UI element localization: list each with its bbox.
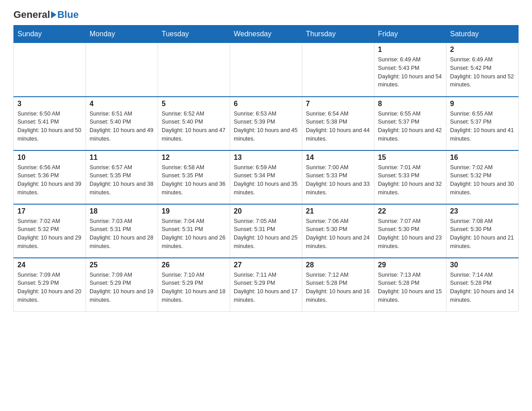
day-cell: 23Sunrise: 7:08 AMSunset: 5:30 PMDayligh…	[446, 204, 519, 258]
day-info: Sunrise: 7:02 AMSunset: 5:32 PMDaylight:…	[450, 163, 515, 197]
day-info: Sunrise: 6:54 AMSunset: 5:38 PMDaylight:…	[306, 110, 370, 143]
day-number: 22	[378, 207, 442, 215]
day-info: Sunrise: 7:02 AMSunset: 5:32 PMDaylight:…	[17, 217, 82, 251]
day-info: Sunrise: 7:04 AMSunset: 5:31 PMDaylight:…	[162, 217, 226, 251]
day-cell: 2Sunrise: 6:49 AMSunset: 5:42 PMDaylight…	[446, 43, 519, 97]
day-info: Sunrise: 7:11 AMSunset: 5:29 PMDaylight:…	[234, 271, 298, 304]
day-number: 8	[378, 100, 442, 108]
day-cell: 9Sunrise: 6:55 AMSunset: 5:37 PMDaylight…	[446, 97, 519, 150]
day-number: 30	[450, 261, 515, 269]
day-number: 25	[90, 261, 154, 269]
header: General Blue	[13, 9, 519, 21]
weekday-header-tuesday: Tuesday	[158, 26, 230, 43]
day-number: 14	[306, 154, 370, 162]
weekday-header-wednesday: Wednesday	[230, 26, 302, 43]
day-number: 2	[450, 46, 515, 54]
day-info: Sunrise: 7:14 AMSunset: 5:28 PMDaylight:…	[450, 271, 515, 304]
week-row-1: 1Sunrise: 6:49 AMSunset: 5:43 PMDaylight…	[14, 43, 519, 97]
day-info: Sunrise: 6:51 AMSunset: 5:40 PMDaylight:…	[90, 110, 154, 143]
day-info: Sunrise: 7:08 AMSunset: 5:30 PMDaylight:…	[450, 217, 515, 251]
day-cell: 5Sunrise: 6:52 AMSunset: 5:40 PMDaylight…	[158, 97, 230, 150]
day-cell: 3Sunrise: 6:50 AMSunset: 5:41 PMDaylight…	[14, 97, 86, 150]
day-cell	[302, 43, 374, 97]
day-cell	[14, 43, 86, 97]
day-cell	[158, 43, 230, 97]
day-info: Sunrise: 6:56 AMSunset: 5:36 PMDaylight:…	[17, 163, 82, 197]
calendar-table: SundayMondayTuesdayWednesdayThursdayFrid…	[13, 25, 519, 312]
day-number: 18	[90, 207, 154, 215]
day-number: 6	[234, 100, 298, 108]
day-number: 29	[378, 261, 442, 269]
day-number: 16	[450, 154, 515, 162]
day-number: 27	[234, 261, 298, 269]
day-number: 10	[17, 154, 82, 162]
day-cell: 15Sunrise: 7:01 AMSunset: 5:33 PMDayligh…	[374, 150, 446, 204]
day-cell: 20Sunrise: 7:05 AMSunset: 5:31 PMDayligh…	[230, 204, 302, 258]
day-info: Sunrise: 6:49 AMSunset: 5:43 PMDaylight:…	[378, 56, 442, 89]
day-cell: 21Sunrise: 7:06 AMSunset: 5:30 PMDayligh…	[302, 204, 374, 258]
day-number: 7	[306, 100, 370, 108]
day-cell: 28Sunrise: 7:12 AMSunset: 5:28 PMDayligh…	[302, 258, 374, 312]
day-number: 11	[90, 154, 154, 162]
day-info: Sunrise: 7:09 AMSunset: 5:29 PMDaylight:…	[90, 271, 154, 304]
day-info: Sunrise: 7:05 AMSunset: 5:31 PMDaylight:…	[234, 217, 298, 251]
day-info: Sunrise: 6:58 AMSunset: 5:35 PMDaylight:…	[162, 163, 226, 197]
day-cell: 11Sunrise: 6:57 AMSunset: 5:35 PMDayligh…	[86, 150, 158, 204]
day-cell: 22Sunrise: 7:07 AMSunset: 5:30 PMDayligh…	[374, 204, 446, 258]
day-cell: 12Sunrise: 6:58 AMSunset: 5:35 PMDayligh…	[158, 150, 230, 204]
day-number: 20	[234, 207, 298, 215]
day-info: Sunrise: 6:55 AMSunset: 5:37 PMDaylight:…	[450, 110, 515, 143]
day-number: 3	[17, 100, 82, 108]
day-cell	[86, 43, 158, 97]
day-cell: 13Sunrise: 6:59 AMSunset: 5:34 PMDayligh…	[230, 150, 302, 204]
day-number: 28	[306, 261, 370, 269]
day-info: Sunrise: 6:53 AMSunset: 5:39 PMDaylight:…	[234, 110, 298, 143]
day-cell: 17Sunrise: 7:02 AMSunset: 5:32 PMDayligh…	[14, 204, 86, 258]
day-cell: 26Sunrise: 7:10 AMSunset: 5:29 PMDayligh…	[158, 258, 230, 312]
day-info: Sunrise: 7:13 AMSunset: 5:28 PMDaylight:…	[378, 271, 442, 304]
day-info: Sunrise: 6:55 AMSunset: 5:37 PMDaylight:…	[378, 110, 442, 143]
day-info: Sunrise: 6:50 AMSunset: 5:41 PMDaylight:…	[17, 110, 82, 143]
day-cell: 25Sunrise: 7:09 AMSunset: 5:29 PMDayligh…	[86, 258, 158, 312]
weekday-header-monday: Monday	[86, 26, 158, 43]
day-cell: 7Sunrise: 6:54 AMSunset: 5:38 PMDaylight…	[302, 97, 374, 150]
day-number: 15	[378, 154, 442, 162]
day-cell: 24Sunrise: 7:09 AMSunset: 5:29 PMDayligh…	[14, 258, 86, 312]
day-cell: 10Sunrise: 6:56 AMSunset: 5:36 PMDayligh…	[14, 150, 86, 204]
weekday-header-saturday: Saturday	[446, 26, 519, 43]
day-cell: 16Sunrise: 7:02 AMSunset: 5:32 PMDayligh…	[446, 150, 519, 204]
day-cell: 27Sunrise: 7:11 AMSunset: 5:29 PMDayligh…	[230, 258, 302, 312]
day-cell: 18Sunrise: 7:03 AMSunset: 5:31 PMDayligh…	[86, 204, 158, 258]
day-info: Sunrise: 7:00 AMSunset: 5:33 PMDaylight:…	[306, 163, 370, 197]
day-number: 19	[162, 207, 226, 215]
weekday-header-thursday: Thursday	[302, 26, 374, 43]
day-cell: 19Sunrise: 7:04 AMSunset: 5:31 PMDayligh…	[158, 204, 230, 258]
day-number: 5	[162, 100, 226, 108]
day-cell: 14Sunrise: 7:00 AMSunset: 5:33 PMDayligh…	[302, 150, 374, 204]
logo-general: General	[13, 9, 50, 21]
day-info: Sunrise: 7:01 AMSunset: 5:33 PMDaylight:…	[378, 163, 442, 197]
day-info: Sunrise: 7:06 AMSunset: 5:30 PMDaylight:…	[306, 217, 370, 251]
day-number: 26	[162, 261, 226, 269]
day-info: Sunrise: 7:07 AMSunset: 5:30 PMDaylight:…	[378, 217, 442, 251]
day-info: Sunrise: 7:09 AMSunset: 5:29 PMDaylight:…	[17, 271, 82, 304]
day-cell: 1Sunrise: 6:49 AMSunset: 5:43 PMDaylight…	[374, 43, 446, 97]
day-info: Sunrise: 7:12 AMSunset: 5:28 PMDaylight:…	[306, 271, 370, 304]
day-number: 4	[90, 100, 154, 108]
day-cell	[230, 43, 302, 97]
week-row-4: 17Sunrise: 7:02 AMSunset: 5:32 PMDayligh…	[14, 204, 519, 258]
week-row-5: 24Sunrise: 7:09 AMSunset: 5:29 PMDayligh…	[14, 258, 519, 312]
day-cell: 4Sunrise: 6:51 AMSunset: 5:40 PMDaylight…	[86, 97, 158, 150]
week-row-2: 3Sunrise: 6:50 AMSunset: 5:41 PMDaylight…	[14, 97, 519, 150]
day-info: Sunrise: 7:03 AMSunset: 5:31 PMDaylight:…	[90, 217, 154, 251]
day-info: Sunrise: 6:59 AMSunset: 5:34 PMDaylight:…	[234, 163, 298, 197]
logo-area: General Blue	[13, 9, 79, 21]
day-number: 13	[234, 154, 298, 162]
day-number: 1	[378, 46, 442, 54]
day-number: 12	[162, 154, 226, 162]
day-info: Sunrise: 7:10 AMSunset: 5:29 PMDaylight:…	[162, 271, 226, 304]
day-cell: 29Sunrise: 7:13 AMSunset: 5:28 PMDayligh…	[374, 258, 446, 312]
weekday-header-sunday: Sunday	[14, 26, 86, 43]
day-number: 23	[450, 207, 515, 215]
day-cell: 30Sunrise: 7:14 AMSunset: 5:28 PMDayligh…	[446, 258, 519, 312]
